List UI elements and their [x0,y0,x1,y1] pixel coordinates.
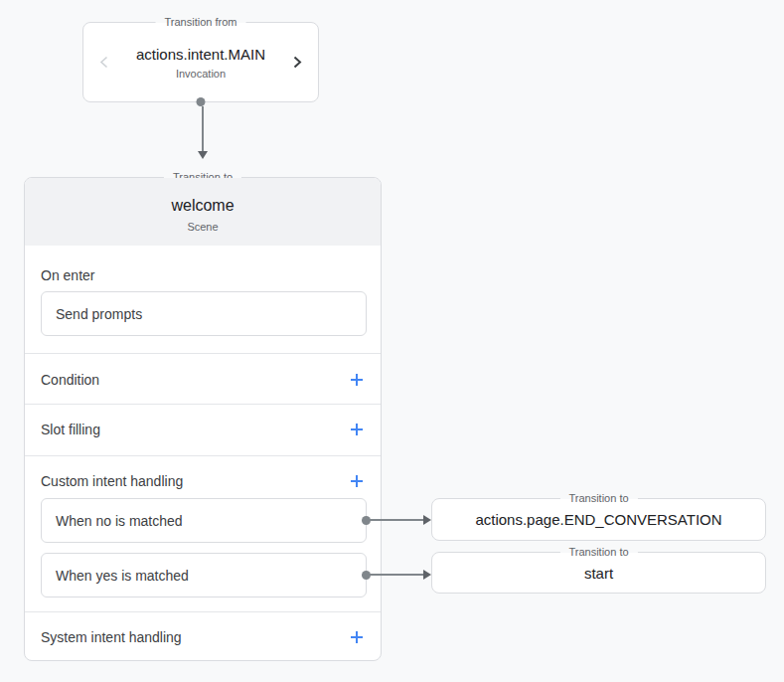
slot-filling-row: Slot filling [41,419,366,440]
chevron-left-icon[interactable] [97,54,110,71]
divider [25,404,381,405]
add-slot-button[interactable] [348,421,366,438]
condition-label: Condition [41,372,99,388]
intent-subtitle: Invocation [110,68,291,80]
transition-from-legend: Transition from [156,15,246,30]
scene-title: welcome [25,197,381,215]
transition-to-legend: Transition to [559,545,637,560]
send-prompts-item[interactable]: Send prompts [41,291,367,336]
transition-target-end-conversation[interactable]: Transition to actions.page.END_CONVERSAT… [431,498,766,541]
system-intent-handling-row: System intent handling [41,626,366,648]
plus-icon [350,474,364,488]
scene-header[interactable]: welcome Scene [25,178,381,246]
chevron-right-icon[interactable] [291,54,304,71]
flow-arrow-right-line [369,574,424,576]
slot-filling-label: Slot filling [41,422,100,437]
add-custom-intent-button[interactable] [348,472,366,490]
flow-arrow-down-head [198,151,208,159]
custom-intent-handling-label: Custom intent handling [41,473,183,489]
intent-title: actions.intent.MAIN [110,46,291,63]
transition-from-card[interactable]: Transition from actions.intent.MAIN Invo… [82,22,319,102]
intent-handler-label: When no is matched [56,513,183,529]
flow-arrow-right-head [423,515,431,525]
connector-dot [362,571,371,580]
transition-target-start[interactable]: Transition to start [431,552,766,594]
intent-handler-label: When yes is matched [56,568,189,584]
send-prompts-label: Send prompts [56,306,142,322]
system-intent-handling-label: System intent handling [41,629,182,645]
divider [25,455,381,456]
intent-handler-when-no[interactable]: When no is matched [41,498,367,543]
connector-dot [362,516,371,525]
divider [25,353,381,354]
add-condition-button[interactable] [348,371,366,389]
condition-row: Condition [41,369,366,391]
scene-flow-canvas: Transition from actions.intent.MAIN Invo… [0,0,784,682]
connector-dot [197,97,206,106]
divider [25,611,381,612]
transition-to-legend: Transition to [559,491,637,506]
add-system-intent-button[interactable] [348,628,366,646]
flow-arrow-right-line [369,519,424,521]
flow-arrow-down-line [202,106,204,152]
plus-icon [350,373,364,387]
custom-intent-handling-row: Custom intent handling [41,470,366,492]
on-enter-label: On enter [41,266,94,284]
intent-handler-when-yes[interactable]: When yes is matched [41,553,367,597]
scene-card: Transition to welcome Scene On enter Sen… [24,177,382,661]
plus-icon [350,423,364,436]
plus-icon [350,630,364,644]
flow-arrow-right-head [423,570,431,580]
scene-subtitle: Scene [25,221,381,233]
